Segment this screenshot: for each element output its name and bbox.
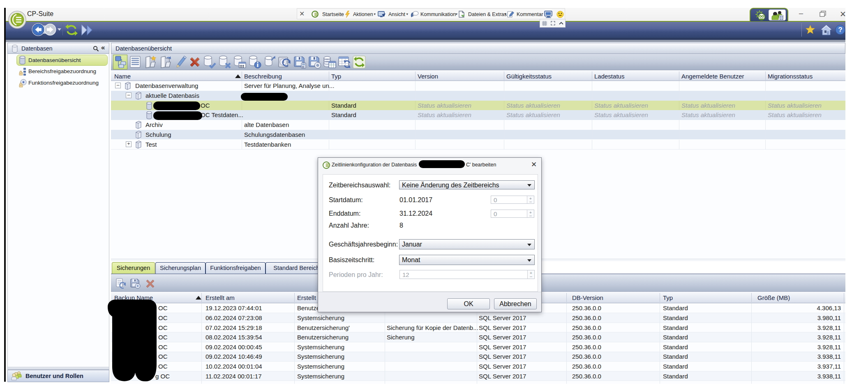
svg-text:?: ?	[838, 26, 842, 34]
